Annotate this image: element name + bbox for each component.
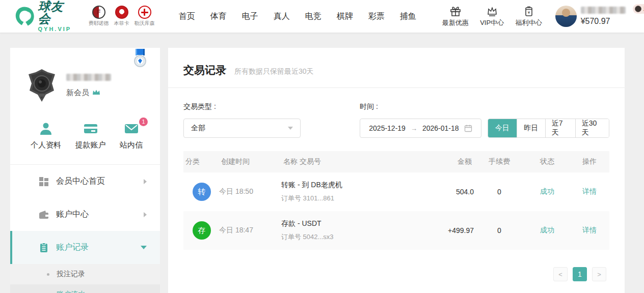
user-summary[interactable]: ¥570.97: [555, 6, 626, 27]
brand-logo-icon: [14, 5, 35, 27]
balance-amount: ¥570.97: [581, 17, 626, 26]
details-link[interactable]: 详情: [582, 187, 597, 195]
benfica-crest-icon: [115, 6, 128, 19]
order-number: 订单号 3101...861: [281, 194, 417, 203]
nav-item-live[interactable]: 真人: [266, 11, 298, 22]
promotions-label: 最新优惠: [442, 18, 469, 27]
sponsor-feyenoord: 费耶诺德: [89, 6, 109, 27]
fee-value: 0: [474, 188, 525, 196]
nav-item-slots[interactable]: 电子: [234, 11, 266, 22]
gift-icon: [449, 5, 462, 17]
created-time: 今日 18:50: [219, 187, 281, 196]
range-yesterday-button[interactable]: 昨日: [517, 119, 545, 137]
sidebar: 新会员 个人资料 提款账户: [10, 48, 160, 293]
range-arrow-icon: →: [411, 125, 417, 132]
transactions-table: 分类 创建时间 名称 交易号 金额 手续费 状态 操作 转 今日 18:50 转…: [183, 151, 609, 250]
chevron-right-icon: [144, 212, 147, 217]
user-icon: [38, 121, 53, 136]
transaction-name: 存款 - USDT: [281, 219, 417, 228]
nav-item-lottery[interactable]: 彩票: [361, 11, 392, 22]
nav-item-sports[interactable]: 体育: [203, 11, 234, 22]
member-level-badge: 新会员: [633, 4, 644, 14]
transaction-type-value: 全部: [191, 124, 205, 133]
profile-level-label: 新会员: [66, 88, 89, 98]
sponsor-label: 勒沃库森: [135, 20, 155, 27]
leverkusen-crest-icon: [138, 6, 151, 19]
next-page-button[interactable]: >: [592, 267, 606, 281]
main-nav: 首页 体育 电子 真人 电竞 棋牌 彩票 捕鱼: [171, 11, 424, 22]
transfer-category-icon: 转: [193, 183, 211, 201]
col-action: 操作: [570, 157, 609, 166]
panel-header: 交易记录 所有数据只保留最近30天: [168, 48, 625, 88]
nav-item-esports[interactable]: 电竞: [298, 11, 329, 22]
transaction-records-panel: 交易记录 所有数据只保留最近30天 交易类型 : 全部 时间 : 2025-12…: [168, 48, 625, 293]
brand-logo[interactable]: 球友会 QYH.VIP: [14, 1, 73, 32]
sponsor-benfica: 本菲卡: [114, 6, 129, 27]
menu-account-center[interactable]: 账户中心: [10, 198, 160, 231]
menu-account-records-label: 账户记录: [56, 242, 141, 253]
calendar-icon: [464, 124, 472, 132]
range-30days-button[interactable]: 近30天: [575, 119, 609, 137]
amount-value: 504.0: [417, 188, 474, 196]
sponsor-label: 本菲卡: [114, 20, 129, 27]
bank-card-icon: [83, 121, 98, 136]
user-avatar[interactable]: [555, 6, 577, 27]
page-1-button[interactable]: 1: [573, 267, 587, 281]
range-today-button[interactable]: 今日: [488, 119, 517, 137]
header-actions: 最新优惠 VIP中心 ¥ 福利中心: [437, 5, 547, 27]
status-badge: 成功: [525, 187, 570, 196]
chevron-right-icon: [144, 179, 147, 184]
profile-link[interactable]: 个人资料: [31, 121, 61, 150]
pagination: < 1 >: [168, 267, 606, 281]
details-link[interactable]: 详情: [582, 226, 597, 234]
messages-label: 站内信: [120, 140, 143, 150]
time-label: 时间 :: [360, 102, 609, 111]
date-start-value: 2025-12-19: [369, 124, 406, 132]
bullet-icon: [47, 273, 49, 276]
withdraw-account-label: 提款账户: [75, 140, 106, 150]
messages-link[interactable]: 1 站内信: [120, 121, 143, 150]
menu-account-records[interactable]: 账户记录: [10, 231, 160, 264]
menu-member-center-home-label: 会员中心首页: [56, 176, 144, 187]
date-range-input[interactable]: 2025-12-19 → 2026-01-18: [360, 119, 481, 138]
withdraw-account-link[interactable]: 提款账户: [75, 121, 106, 150]
prev-page-button[interactable]: <: [553, 267, 568, 281]
member-emblem-icon: [25, 68, 58, 103]
vip-center-button[interactable]: VIP中心: [474, 5, 511, 27]
vip-center-label: VIP中心: [480, 18, 504, 27]
submenu-bet-records[interactable]: 投注记录: [10, 264, 160, 284]
mail-icon: [124, 121, 139, 136]
select-caret-icon: [288, 127, 293, 130]
date-end-value: 2026-01-18: [422, 124, 459, 132]
grid-icon: [39, 177, 49, 187]
sponsor-label: 费耶诺德: [89, 20, 109, 27]
deposit-category-icon: 存: [193, 221, 211, 240]
transaction-type-select[interactable]: 全部: [183, 119, 301, 138]
welfare-center-button[interactable]: ¥ 福利中心: [511, 5, 547, 27]
order-number: 订单号 5042...sx3: [281, 232, 417, 242]
transaction-type-label: 交易类型 :: [183, 102, 301, 111]
sponsor-leverkusen: 勒沃库森: [135, 6, 155, 27]
col-created: 创建时间: [219, 157, 281, 166]
col-fee: 手续费: [474, 157, 525, 166]
submenu-account-statement[interactable]: 账户流水: [10, 284, 160, 293]
nav-item-home[interactable]: 首页: [171, 11, 203, 22]
promotions-button[interactable]: 最新优惠: [437, 5, 474, 27]
col-amount: 金额: [417, 157, 474, 166]
welfare-center-label: 福利中心: [516, 18, 542, 27]
top-header: 球友会 QYH.VIP 费耶诺德 本菲卡 勒沃库森 首页 体育 电子 真人 电竞…: [0, 0, 644, 33]
table-header-row: 分类 创建时间 名称 交易号 金额 手续费 状态 操作: [183, 151, 609, 172]
quick-links: 个人资料 提款账户 1 站内信: [10, 103, 160, 150]
submenu-bet-records-label: 投注记录: [57, 270, 85, 279]
menu-member-center-home[interactable]: 会员中心首页: [10, 165, 160, 198]
nav-item-fishing[interactable]: 捕鱼: [392, 11, 424, 22]
menu-account-center-label: 账户中心: [56, 209, 144, 220]
col-category: 分类: [183, 157, 219, 166]
level-crown-icon: [92, 89, 100, 96]
brand-domain: QYH.VIP: [38, 26, 73, 32]
submenu-account-statement-label: 账户流水: [57, 290, 85, 293]
status-badge: 成功: [525, 226, 570, 235]
nav-item-cards[interactable]: 棋牌: [329, 11, 361, 22]
col-status: 状态: [525, 157, 570, 166]
range-7days-button[interactable]: 近7天: [545, 119, 575, 137]
